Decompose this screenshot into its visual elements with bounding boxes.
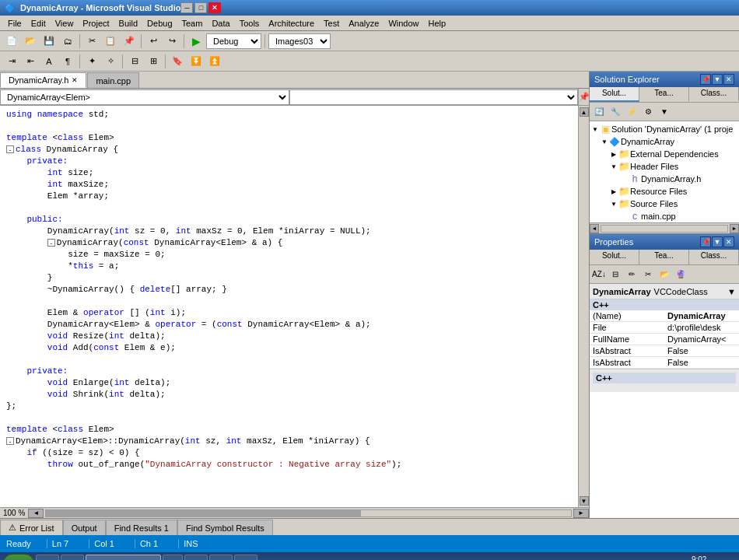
bottom-tab-output[interactable]: Output xyxy=(63,520,106,535)
bottom-tab-error-list[interactable]: ⚠ Error List xyxy=(0,520,63,535)
class-dropdown[interactable]: DynamicArray<Elem> xyxy=(0,89,289,105)
se-scroll-track[interactable] xyxy=(601,225,728,233)
tree-arrow[interactable]: ▼ xyxy=(610,201,618,208)
open-button[interactable]: 📂 xyxy=(22,33,39,49)
prop-tab-class[interactable]: Class... xyxy=(689,250,739,264)
tree-arrow[interactable]: ▼ xyxy=(591,126,599,133)
taskbar-onenote[interactable]: 📓 xyxy=(234,555,257,560)
tree-item-dynamicarray-h[interactable]: h DynamicArray.h xyxy=(591,173,737,185)
maximize-button[interactable]: □ xyxy=(194,2,207,13)
tree-arrow[interactable]: ▼ xyxy=(610,163,618,170)
prop-open-button[interactable]: 📂 xyxy=(657,268,672,282)
tree-item-source-files[interactable]: ▼ 📁 Source Files xyxy=(591,198,737,210)
prop-new-button[interactable]: ✏ xyxy=(624,268,639,282)
bookmark-button[interactable]: 🔖 xyxy=(169,54,186,69)
tree-item-header-files[interactable]: ▼ 📁 Header Files xyxy=(591,160,737,173)
copy-button[interactable]: 📋 xyxy=(102,33,119,49)
collapse-button[interactable]: ⊟ xyxy=(126,54,143,69)
menu-project[interactable]: Project xyxy=(78,17,114,30)
prop-wizard-button[interactable]: 🔮 xyxy=(673,268,688,282)
fold-ctor[interactable]: - xyxy=(47,239,55,247)
taskbar-vs[interactable]: 🔷 DynamicArray... xyxy=(86,555,161,560)
se-config-button[interactable]: ⚙ xyxy=(640,105,656,119)
vertical-scrollbar[interactable]: ▲ ▼ xyxy=(578,106,589,507)
se-tab-team[interactable]: Tea... xyxy=(639,87,689,102)
tree-item-solution[interactable]: ▼ ▣ Solution 'DynamicArray' (1 proje xyxy=(591,123,737,135)
debug-config-dropdown[interactable]: Debug Release xyxy=(206,33,261,49)
menu-file[interactable]: File xyxy=(3,17,26,30)
scroll-down-button[interactable]: ▼ xyxy=(580,496,589,506)
tree-arrow[interactable]: ▼ xyxy=(601,138,608,145)
menu-debug[interactable]: Debug xyxy=(142,17,177,30)
se-filter-button[interactable]: ⚡ xyxy=(624,105,639,119)
taskbar-paint[interactable]: 🎨 xyxy=(209,555,233,560)
tree-item-ext-deps[interactable]: ▶ 📁 External Dependencies xyxy=(591,148,737,160)
fold-class[interactable]: - xyxy=(6,145,14,153)
code-text[interactable]: using namespace std; template <class Ele… xyxy=(0,106,578,507)
tree-arrow[interactable]: ▶ xyxy=(610,188,618,195)
expand-button[interactable]: ⊞ xyxy=(145,54,162,69)
tree-arrow[interactable]: ▶ xyxy=(610,151,618,158)
member-dropdown[interactable] xyxy=(289,89,579,105)
menu-help[interactable]: Help xyxy=(424,17,451,30)
save-all-button[interactable]: 🗂 xyxy=(59,33,76,49)
minimize-button[interactable]: ─ xyxy=(180,2,193,13)
format-button[interactable]: ¶ xyxy=(59,54,76,69)
menu-tools[interactable]: Tools xyxy=(235,17,264,30)
prop-tab-team[interactable]: Tea... xyxy=(639,250,689,264)
menu-architecture[interactable]: Architecture xyxy=(264,17,319,30)
tree-item-main-cpp[interactable]: c main.cpp xyxy=(591,210,737,222)
tree-item-resource-files[interactable]: ▶ 📁 Resource Files xyxy=(591,185,737,198)
hscroll-thumb[interactable] xyxy=(46,510,361,516)
tab-close-icon[interactable]: ✕ xyxy=(72,76,78,84)
prop-close-button[interactable]: ✕ xyxy=(723,236,734,247)
new-file-button[interactable]: 📄 xyxy=(3,33,20,49)
se-scroll-right[interactable]: ► xyxy=(730,224,739,233)
se-scroll-left[interactable]: ◄ xyxy=(590,224,599,233)
paste-button[interactable]: 📌 xyxy=(121,33,138,49)
image-config-dropdown[interactable]: Images03 xyxy=(268,33,331,49)
select-all-button[interactable]: A xyxy=(40,54,58,69)
prop-pin-button[interactable]: 📌 xyxy=(700,236,711,247)
taskbar-explorer[interactable]: 📁 xyxy=(61,555,84,560)
taskbar-media[interactable]: ▶ xyxy=(163,555,183,560)
menu-data[interactable]: Data xyxy=(207,17,234,30)
prop-del-button[interactable]: ✂ xyxy=(640,268,656,282)
menu-edit[interactable]: Edit xyxy=(26,17,51,30)
cut-button[interactable]: ✂ xyxy=(83,33,100,49)
prop-dropdown-arrow[interactable]: ▼ xyxy=(727,287,736,296)
code-editor[interactable]: using namespace std; template <class Ele… xyxy=(0,106,589,507)
tab-dynamicarray-h[interactable]: DynamicArray.h ✕ xyxy=(0,72,86,88)
se-arrow-button[interactable]: ▼ xyxy=(712,74,723,85)
tab-main-cpp[interactable]: main.cpp xyxy=(87,72,139,88)
se-props-button[interactable]: 🔧 xyxy=(608,105,623,119)
prop-arrow-button[interactable]: ▼ xyxy=(712,236,723,247)
start-debug-button[interactable]: ▶ xyxy=(187,33,205,49)
uncomment-button[interactable]: ✧ xyxy=(102,54,119,69)
taskbar-ie[interactable]: 🌐 xyxy=(36,555,59,560)
se-refresh-button[interactable]: 🔄 xyxy=(591,105,607,119)
comment-button[interactable]: ✦ xyxy=(83,54,100,69)
prop-sort-alpha-button[interactable]: AZ↓ xyxy=(591,268,607,282)
hscroll-track[interactable] xyxy=(45,509,572,517)
se-close-button[interactable]: ✕ xyxy=(723,74,734,85)
menu-build[interactable]: Build xyxy=(114,17,142,30)
redo-button[interactable]: ↪ xyxy=(163,33,180,49)
menu-test[interactable]: Test xyxy=(319,17,344,30)
next-bookmark-button[interactable]: ⏬ xyxy=(187,54,205,69)
scroll-up-button[interactable]: ▲ xyxy=(580,107,589,117)
prev-bookmark-button[interactable]: ⏫ xyxy=(206,54,223,69)
tree-item-project[interactable]: ▼ 🔷 DynamicArray xyxy=(591,135,737,148)
nav-pin-button[interactable]: 📌 xyxy=(578,89,589,105)
se-tab-class[interactable]: Class... xyxy=(689,87,739,102)
se-tab-solution[interactable]: Solut... xyxy=(590,87,639,102)
prop-tab-solution[interactable]: Solut... xyxy=(590,250,639,264)
taskbar-files[interactable]: 📋 xyxy=(184,555,208,560)
undo-button[interactable]: ↩ xyxy=(145,33,162,49)
bottom-tab-find-results[interactable]: Find Results 1 xyxy=(106,520,177,535)
menu-team[interactable]: Team xyxy=(177,17,208,30)
outdent-button[interactable]: ⇤ xyxy=(22,54,39,69)
se-more-button[interactable]: ▼ xyxy=(657,105,672,119)
close-button[interactable]: ✕ xyxy=(208,2,221,13)
hscroll-left-button[interactable]: ◄ xyxy=(28,509,44,518)
